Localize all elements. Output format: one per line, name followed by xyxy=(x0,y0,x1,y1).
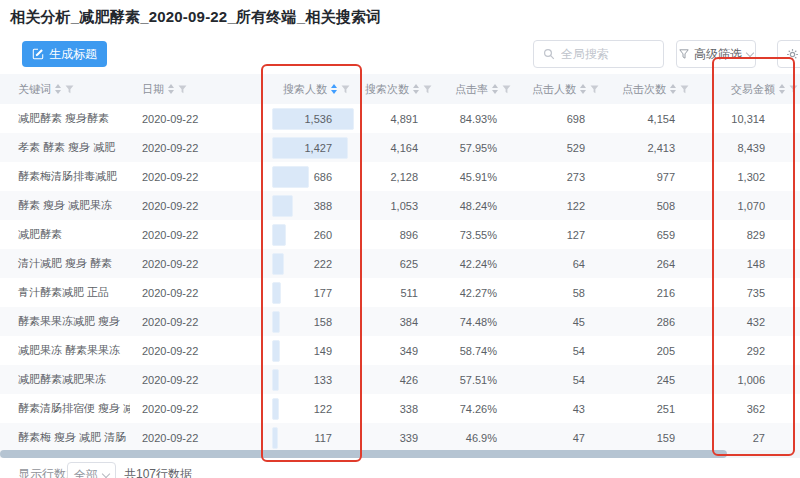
sort-icon[interactable] xyxy=(168,84,174,94)
rows-per-page-label: 显示行数: xyxy=(18,466,69,478)
total-rows-text: 共107行数据 xyxy=(124,466,192,478)
cell-date: 2020-09-22 xyxy=(130,104,252,133)
page-title: 相关分析_减肥酵素_2020-09-22_所有终端_相关搜索词 xyxy=(10,8,381,27)
table-row[interactable]: 清汁减肥 瘦身 酵素 2020-09-22 222 625 42.24% 64 … xyxy=(0,249,800,278)
sort-icon[interactable] xyxy=(413,84,419,94)
column-label: 关键词 xyxy=(18,82,51,97)
column-header-keyword[interactable]: 关键词 xyxy=(0,74,130,104)
filter-icon[interactable] xyxy=(65,85,74,94)
cell-keyword: 减肥果冻 酵素果果冻 xyxy=(0,336,130,365)
data-bar xyxy=(272,340,280,362)
filter-icon[interactable] xyxy=(502,85,511,94)
filter-icon[interactable] xyxy=(178,85,187,94)
cell-click-count: 264 xyxy=(611,249,701,278)
sort-icon[interactable] xyxy=(492,84,498,94)
advanced-filter-button[interactable]: 高级筛选 xyxy=(676,40,756,68)
cell-click-count: 659 xyxy=(611,220,701,249)
table-row[interactable]: 酵素梅 瘦身 减肥 清肠 2020-09-22 117 339 46.9% 47… xyxy=(0,423,800,452)
cell-search-users: 117 xyxy=(252,423,362,452)
cell-date: 2020-09-22 xyxy=(130,249,252,278)
table-row[interactable]: 减肥酵素 瘦身酵素 2020-09-22 1,536 4,891 84.93% … xyxy=(0,104,800,133)
cell-amount: 432 xyxy=(701,307,800,336)
cell-search-users: 388 xyxy=(252,191,362,220)
sort-icon-active[interactable] xyxy=(331,84,337,94)
cell-search-count: 426 xyxy=(362,365,444,394)
cell-date: 2020-09-22 xyxy=(130,191,252,220)
column-label: 点击率 xyxy=(455,82,488,97)
column-header-click-count[interactable]: 点击次数 xyxy=(611,74,701,104)
table-row[interactable]: 酵素梅清肠排毒减肥 2020-09-22 686 2,128 45.91% 27… xyxy=(0,162,800,191)
table-row[interactable]: 减肥酵素 2020-09-22 260 896 73.55% 127 659 8… xyxy=(0,220,800,249)
data-bar xyxy=(272,224,286,246)
cell-amount: 362 xyxy=(701,394,800,423)
filter-icon[interactable] xyxy=(789,85,798,94)
cell-click-users: 529 xyxy=(523,133,611,162)
data-bar xyxy=(272,398,279,420)
column-header-search-users[interactable]: 搜索人数 xyxy=(252,74,362,104)
generate-title-button[interactable]: 生成标题 xyxy=(22,41,107,67)
gear-icon xyxy=(786,48,799,61)
sort-icon[interactable] xyxy=(779,84,785,94)
rows-per-page-select[interactable]: 全部 xyxy=(67,462,116,478)
table-row[interactable]: 孝素 酵素 瘦身 减肥 2020-09-22 1,427 4,164 57.95… xyxy=(0,133,800,162)
cell-ctr: 73.55% xyxy=(444,220,523,249)
edit-square-icon xyxy=(32,48,44,60)
settings-button[interactable] xyxy=(777,40,800,68)
cell-search-count: 339 xyxy=(362,423,444,452)
cell-search-count: 384 xyxy=(362,307,444,336)
cell-search-count: 896 xyxy=(362,220,444,249)
search-input[interactable] xyxy=(561,47,654,61)
cell-search-count: 349 xyxy=(362,336,444,365)
sort-icon[interactable] xyxy=(55,84,61,94)
table-row[interactable]: 减肥果冻 酵素果果冻 2020-09-22 149 349 58.74% 54 … xyxy=(0,336,800,365)
column-header-search-count[interactable]: 搜索次数 xyxy=(362,74,444,104)
cell-keyword: 酵素梅清肠排毒减肥 xyxy=(0,162,130,191)
column-label: 日期 xyxy=(142,82,164,97)
cell-search-users: 686 xyxy=(252,162,362,191)
cell-keyword: 清汁减肥 瘦身 酵素 xyxy=(0,249,130,278)
cell-ctr: 84.93% xyxy=(444,104,523,133)
column-header-amount[interactable]: 交易金额 xyxy=(701,74,800,104)
cell-amount: 1,006 xyxy=(701,365,800,394)
column-header-click-users[interactable]: 点击人数 xyxy=(523,74,611,104)
column-header-ctr[interactable]: 点击率 xyxy=(444,74,523,104)
column-label: 搜索人数 xyxy=(283,82,327,97)
cell-click-count: 251 xyxy=(611,394,701,423)
data-bar xyxy=(272,311,280,333)
sort-icon[interactable] xyxy=(670,84,676,94)
scrollbar-thumb[interactable] xyxy=(0,450,727,458)
horizontal-scrollbar[interactable] xyxy=(0,450,800,458)
cell-keyword: 酵素清肠排宿便 瘦身 减肥 xyxy=(0,394,130,423)
cell-search-users: 222 xyxy=(252,249,362,278)
filter-icon[interactable] xyxy=(680,85,689,94)
cell-click-count: 508 xyxy=(611,191,701,220)
cell-search-users: 1,536 xyxy=(252,104,362,133)
cell-date: 2020-09-22 xyxy=(130,133,252,162)
data-bar xyxy=(272,427,278,449)
cell-click-count: 286 xyxy=(611,307,701,336)
cell-click-users: 45 xyxy=(523,307,611,336)
cell-click-count: 977 xyxy=(611,162,701,191)
cell-keyword: 减肥酵素 xyxy=(0,220,130,249)
table-row[interactable]: 酵素果果冻减肥 瘦身 2020-09-22 158 384 74.48% 45 … xyxy=(0,307,800,336)
cell-keyword: 减肥酵素 瘦身酵素 xyxy=(0,104,130,133)
cell-click-users: 58 xyxy=(523,278,611,307)
table-row[interactable]: 减肥酵素减肥果冻 2020-09-22 133 426 57.51% 54 24… xyxy=(0,365,800,394)
cell-search-users: 177 xyxy=(252,278,362,307)
column-label: 搜索次数 xyxy=(365,82,409,97)
column-label: 点击人数 xyxy=(532,82,576,97)
filter-icon[interactable] xyxy=(590,85,599,94)
cell-click-users: 127 xyxy=(523,220,611,249)
cell-click-users: 273 xyxy=(523,162,611,191)
cell-click-count: 205 xyxy=(611,336,701,365)
table-row[interactable]: 青汁酵素减肥 正品 2020-09-22 177 511 42.27% 58 2… xyxy=(0,278,800,307)
filter-icon[interactable] xyxy=(423,85,432,94)
column-header-date[interactable]: 日期 xyxy=(130,74,252,104)
sort-icon[interactable] xyxy=(580,84,586,94)
cell-ctr: 74.48% xyxy=(444,307,523,336)
filter-icon[interactable] xyxy=(341,85,350,94)
table-row[interactable]: 酵素清肠排宿便 瘦身 减肥 2020-09-22 122 338 74.26% … xyxy=(0,394,800,423)
table-row[interactable]: 酵素 瘦身 减肥果冻 2020-09-22 388 1,053 48.24% 1… xyxy=(0,191,800,220)
cell-ctr: 46.9% xyxy=(444,423,523,452)
cell-ctr: 57.95% xyxy=(444,133,523,162)
